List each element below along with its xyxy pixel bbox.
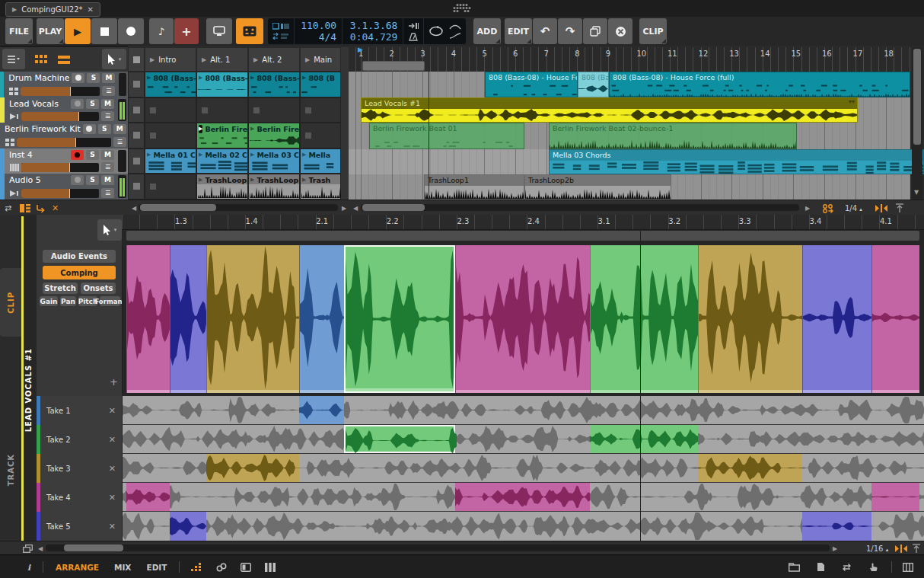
arranger-ruler[interactable]: 123456789101112131415161718▶ <box>349 47 910 72</box>
time-value[interactable]: 0:04.729 <box>350 31 398 43</box>
scroll-right-icon[interactable]: ▶ <box>833 545 837 552</box>
arranger-clip-trashloop1[interactable]: TrashLoop1 <box>424 174 524 200</box>
pan-tab[interactable]: Pan <box>60 296 76 306</box>
take-highlight[interactable] <box>344 425 455 453</box>
snap-markers-icon[interactable] <box>875 204 887 212</box>
tab-clip[interactable]: CLIP <box>0 268 21 337</box>
clip-trashloop1[interactable]: ▶TrashLoop1 <box>196 174 248 200</box>
clip-cell[interactable] <box>300 97 341 123</box>
take-highlight[interactable] <box>299 396 344 424</box>
link-icon[interactable] <box>216 563 227 572</box>
take-highlight[interactable] <box>590 425 698 453</box>
track-row-inst-4[interactable]: Inst 4SM☰ <box>0 148 128 174</box>
audio-engine-icon[interactable] <box>822 203 833 213</box>
mute-button[interactable]: M <box>101 175 114 185</box>
clip-cell[interactable] <box>145 174 196 200</box>
browser-icon[interactable] <box>789 563 800 572</box>
adaptive-grid-icon[interactable] <box>912 544 921 554</box>
solo-button[interactable]: S <box>98 124 111 134</box>
take-highlight[interactable] <box>170 512 206 541</box>
take-highlight[interactable] <box>206 454 299 482</box>
editor-tool-button[interactable]: ▾ <box>97 219 122 241</box>
track-menu-button[interactable]: ☰ <box>101 188 114 198</box>
scene-header-alt-1[interactable]: ▶Alt. 1 <box>196 47 248 72</box>
duplicate-button[interactable] <box>583 18 607 44</box>
solo-button[interactable]: S <box>87 73 100 83</box>
controller-button[interactable] <box>236 18 263 44</box>
comp-segment-take-3[interactable] <box>206 245 299 393</box>
arranger-clip-trashloop2b[interactable]: TrashLoop2b <box>524 174 671 200</box>
punch-metronome-icons[interactable] <box>403 18 423 44</box>
take-delete-button[interactable]: ✕ <box>109 493 122 503</box>
arranger-snap-value[interactable]: 1/4 ▴ <box>845 204 862 212</box>
clip-cell[interactable] <box>248 97 300 123</box>
clip-808-bass-[interactable]: ▶808 (Bass-... <box>248 72 300 97</box>
comp-segment-take-5[interactable] <box>802 245 871 393</box>
scroll-right-icon[interactable]: ▶ <box>805 205 810 212</box>
take-lane-3[interactable] <box>122 454 924 483</box>
clip-cell[interactable] <box>300 123 341 148</box>
clip-berlin-fire-[interactable]: ▶Berlin Fire... <box>196 123 248 148</box>
track-menu-button[interactable]: ☰ <box>101 111 114 121</box>
clear-icon[interactable]: ✕ <box>52 203 59 213</box>
arranger-playhead[interactable] <box>429 72 429 200</box>
clip-mella-02-c-[interactable]: ▶Mella 02 C... <box>196 148 248 174</box>
track-menu-button[interactable]: ☰ <box>113 137 126 147</box>
tab-track[interactable]: TRACK <box>0 436 21 504</box>
clip-trash[interactable]: ▶Trash <box>300 174 341 200</box>
volume-fader[interactable] <box>21 163 99 172</box>
comp-segment-handle[interactable] <box>127 390 170 393</box>
volume-fader[interactable] <box>21 112 99 121</box>
file-icon[interactable] <box>817 562 825 572</box>
view-mix[interactable]: MIX <box>114 563 131 572</box>
clip-cell[interactable] <box>196 97 248 123</box>
tab-close-icon[interactable]: ✕ <box>88 5 94 14</box>
comp-segment-handle[interactable] <box>872 390 919 393</box>
track-stop-cell[interactable] <box>128 97 145 123</box>
comp-segment-take-2[interactable] <box>344 245 455 393</box>
arranger-lane-audio-5[interactable]: TrashLoop1TrashLoop2b <box>349 174 910 200</box>
comp-segment-handle[interactable] <box>803 390 871 393</box>
clip-mella-03-c-[interactable]: ▶Mella 03 C... <box>248 148 300 174</box>
editor-ruler[interactable]: 1.31.42.12.22.32.43.13.23.33.44.1 <box>122 215 924 230</box>
arranger-scrollbar[interactable] <box>361 204 799 211</box>
scroll-left-icon[interactable]: ◀ <box>132 205 136 212</box>
clip-cell[interactable] <box>145 97 196 123</box>
editor-scrollbar-thumb[interactable] <box>64 544 123 551</box>
clip-cell[interactable] <box>145 123 196 148</box>
arranger-scrollbar-thumb[interactable] <box>362 204 425 211</box>
clip-808-b[interactable]: ▶808 (B <box>300 72 341 97</box>
track-stop-cell[interactable] <box>128 123 145 148</box>
comp-segment-handle[interactable] <box>207 390 299 393</box>
mixer-panel-icon[interactable] <box>20 204 30 212</box>
scene-header-intro[interactable]: ▶Intro <box>145 47 196 72</box>
take-header-1[interactable]: Take 1✕ <box>37 396 123 426</box>
volume-fader[interactable] <box>21 87 100 96</box>
clip-808-bass-[interactable]: ▶808 (Bass-... <box>196 72 248 97</box>
comp-segment-take-1[interactable] <box>299 245 344 393</box>
groove-swing-button[interactable]: ♪ <box>149 18 174 44</box>
arranger-lane-drum-machine[interactable]: 808 (Bass-08) - House Force (808 (Bas808… <box>349 72 910 98</box>
comp-segment-handle[interactable] <box>456 390 590 393</box>
scroll-right-icon[interactable]: ▶ <box>342 205 346 212</box>
clip-mella-01-c-[interactable]: ▶Mella 01 C... <box>145 148 196 174</box>
track-stop-cell[interactable] <box>128 72 145 97</box>
add-lane-button[interactable]: + <box>110 376 118 388</box>
arranger-vscrollbar-thumb[interactable] <box>913 49 921 145</box>
clip-loop-region-bar[interactable] <box>126 231 919 241</box>
mute-button[interactable]: M <box>113 124 126 134</box>
arranger-clip-808-bass-08-house-force-full-[interactable]: 808 (Bass-08) - House Force (full) <box>609 72 910 97</box>
view-edit[interactable]: EDIT <box>146 563 167 572</box>
editor-playhead[interactable] <box>640 228 641 541</box>
play-button[interactable]: ▶ <box>65 18 91 44</box>
info-icon[interactable]: i <box>27 563 30 572</box>
arranger-clip-berlin-firework-beat-02-bounce-1[interactable]: Berlin Firework Beat 02-bounce-1 <box>549 123 797 149</box>
comp-segment-handle[interactable] <box>170 390 206 393</box>
arm-button[interactable] <box>71 150 84 160</box>
track-stop-cell[interactable] <box>128 148 145 174</box>
gain-tab[interactable]: Gain <box>40 296 58 306</box>
scene-header-alt-2[interactable]: ▶Alt. 2 <box>248 47 300 72</box>
launcher-scrollbar-thumb[interactable] <box>140 204 216 211</box>
comp-segment-take-4[interactable] <box>455 245 590 393</box>
track-row-audio-5[interactable]: Audio 5SM☰ <box>0 174 128 200</box>
